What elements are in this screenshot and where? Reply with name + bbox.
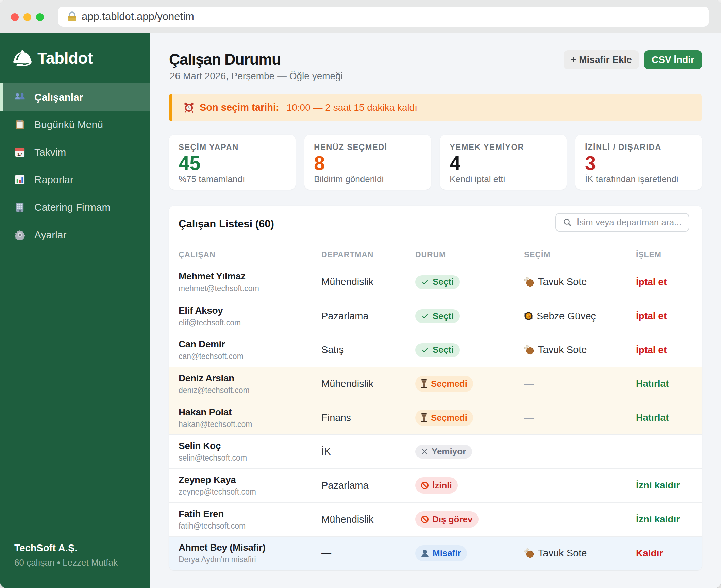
- svg-text:17: 17: [17, 152, 22, 157]
